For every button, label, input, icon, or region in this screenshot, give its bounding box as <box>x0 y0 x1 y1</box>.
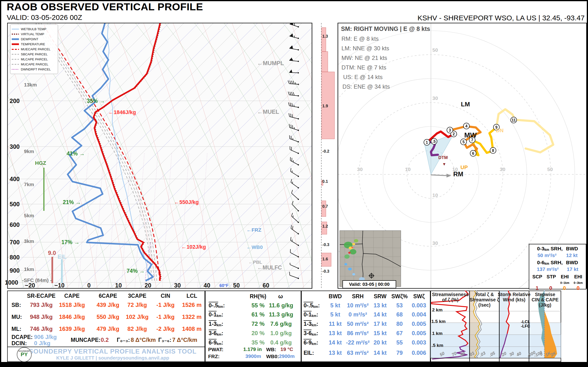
kin-cell: 53 <box>396 302 403 309</box>
pressure-tick: 400 <box>7 175 20 183</box>
kin-cell: 10 m²/s² <box>347 302 369 309</box>
moisture-row-label: 0-.5km: <box>209 302 225 309</box>
wb0-value: 2900m <box>279 353 294 359</box>
gamma-0-3-label: Γ₀₋₃: <box>117 337 130 343</box>
temp-tick: 50 <box>233 282 240 289</box>
dewpoint-line-icon <box>12 38 19 40</box>
rh-value: 35 % <box>251 339 265 346</box>
wetbulb-line-icon <box>12 29 19 29</box>
kin-cell: 15 kt <box>374 330 387 337</box>
svg-text:2: 2 <box>453 132 455 136</box>
pressure-tick: 200 <box>7 98 20 104</box>
svg-text:6: 6 <box>472 151 474 156</box>
muncape-value: 0.2 <box>101 337 109 343</box>
panel-ylabel: 2 km <box>432 307 442 313</box>
dcin-label: DCIN: <box>11 340 27 347</box>
pressure-tick: 700 <box>7 239 20 246</box>
dwndrft-line-icon <box>12 69 19 70</box>
kin-cell: -22 m²/s² <box>346 339 370 346</box>
lcl-annotation: -LCL <box>521 320 530 324</box>
kin-cell: 68 <box>396 311 403 318</box>
kin-header: SWζ <box>413 293 425 300</box>
muncape-label: MUNCAPE: <box>71 337 101 343</box>
omega-value: 7.6 g/kg <box>270 321 292 327</box>
moisture-row-label: 1-3km: <box>209 321 223 327</box>
rh-value: 55 % <box>251 302 265 309</box>
map-inset <box>340 230 401 287</box>
svg-text:30: 30 <box>432 95 438 101</box>
thermo-header: LCL <box>187 293 197 299</box>
valid-time: VALID: 03-05-2026 00Z <box>7 13 82 22</box>
kin-row-label: 6-9km: <box>303 340 318 346</box>
panel-ylabel: 1 km <box>432 331 442 336</box>
kin-cell: 14 kt <box>374 350 387 356</box>
omega-bar-label: 1.3 <box>322 34 328 39</box>
mucape-line-icon <box>12 64 19 65</box>
temp-tick: −20 <box>25 282 35 289</box>
thermo-cell: 948 J/kg <box>30 314 53 320</box>
panel2-title: Total ζ &Streamwise ζ(/sec) <box>470 292 499 308</box>
kin-cell: 0 m²/s² <box>348 311 367 318</box>
dcape-bar-label: 9.0 <box>48 250 56 256</box>
frz-label: ←FRZ <box>247 227 261 233</box>
dcin-value: 0 J/kg <box>34 340 50 347</box>
kin-cell: 0.003 <box>412 339 426 346</box>
panel1-title: Streamwisenessof ζ (%) <box>432 292 469 302</box>
footer-title: SOUNDERPY VERTICAL PROFILE ANALYSIS TOOL <box>29 348 197 355</box>
svg-text:50: 50 <box>432 47 438 53</box>
temp-tick: 20 <box>145 282 151 289</box>
panel-ylabel: .5 km <box>432 343 443 348</box>
main-chart-svg: 503010303010103050 .512345678911 <box>7 23 587 289</box>
thermo-cell: 82 J/kg <box>127 325 147 332</box>
thermo-cell: 793 J/kg <box>30 302 53 308</box>
bottom-black-bar <box>0 362 588 367</box>
moisture-row-label: 0-1km: <box>209 311 223 318</box>
thermo-header: CAPE <box>64 293 80 299</box>
pressure-tick: 800 <box>7 254 20 261</box>
storm-motion-dtm: DTM: NE @ 7 kts <box>341 64 386 71</box>
svg-text:50: 50 <box>547 167 553 172</box>
thermo-cell: 1518 J/kg <box>59 302 85 308</box>
kin-cell: 14 kt <box>374 311 387 318</box>
omega-strip <box>321 23 335 288</box>
map-svg <box>340 231 401 286</box>
sbcape-line-icon <box>12 54 19 55</box>
temp-tick: −10 <box>54 282 64 289</box>
thermo-header: CIN <box>161 293 170 299</box>
legend-item: MLCAPE PARCEL <box>12 57 56 62</box>
kin-cell: 5 kt <box>330 302 340 309</box>
storm-motion-mw: MW: NE @ 21 kts <box>341 55 387 61</box>
thermo-row-label: ML: <box>11 326 21 332</box>
omega-bar-label: 0.1 <box>322 179 328 184</box>
wb-label: WB: <box>266 347 276 352</box>
eil-bar-label: EIL <box>58 253 66 260</box>
kin-cell: 0.004 <box>412 311 426 318</box>
rh-annotation: 41% → <box>67 150 85 157</box>
kin-cell: 55 <box>396 339 403 346</box>
dcape-label: DCAPE: <box>11 334 33 340</box>
moisture-row-label: 6-9km: <box>209 340 223 346</box>
svg-text:4: 4 <box>466 124 468 128</box>
kin-cell: 0.006 <box>412 350 426 356</box>
srh-bwd-box: 0-3km SRH, BWD 50 m²/s² 12 kt 0-6km SRH,… <box>529 244 586 289</box>
thermo-header: 6CAPE <box>99 293 117 299</box>
height-tick: 9km <box>24 149 34 154</box>
kin-row-label: EIL: <box>303 350 314 356</box>
omega-bar-label: -0.3 <box>322 269 329 274</box>
cape-annotation: ←1846J/kg <box>108 109 136 116</box>
kin-header: SWζ% <box>391 293 408 300</box>
legend-item: MUECAPE PARCEL <box>12 47 56 52</box>
kin-cell: 11 kt <box>329 321 341 327</box>
dcape-value: 906 J/kg <box>34 334 57 340</box>
pwat-value: 1.179 in <box>243 346 262 352</box>
pbl-label: ←PBL <box>248 260 262 265</box>
legend-item: DWNDRFT PARCEL <box>12 67 56 72</box>
kin-row-label: 1-3km: <box>303 321 318 327</box>
rh-annotation: 17% → <box>61 239 79 246</box>
legend-item: WETBULB TEMP <box>12 27 56 32</box>
svg-text:30: 30 <box>432 240 438 246</box>
thermo-header: SR-ECAPE <box>27 293 56 299</box>
page-title: RAOB OBSERVED VERTICAL PROFILE <box>7 1 203 13</box>
kin-cell: 86 m²/s² <box>347 330 369 337</box>
legend-item: DEWPOINT <box>12 37 56 42</box>
